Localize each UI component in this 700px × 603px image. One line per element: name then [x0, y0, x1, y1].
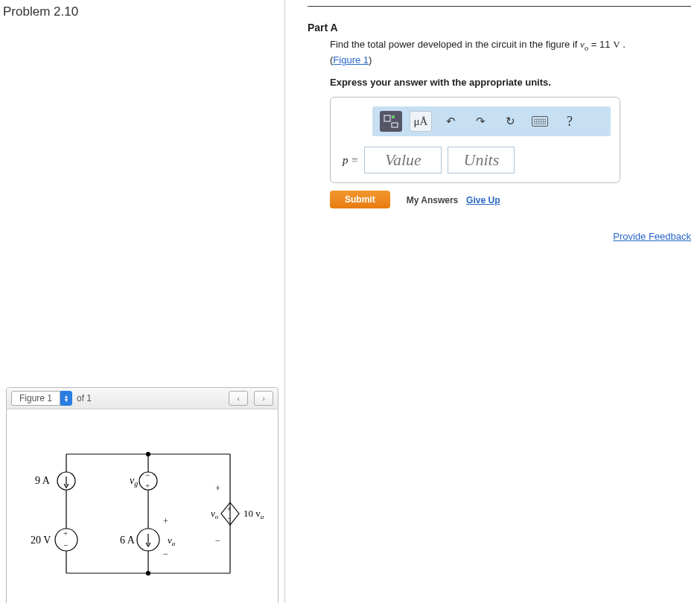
svg-rect-30	[392, 123, 398, 127]
my-answers-link[interactable]: My Answers	[407, 195, 459, 205]
label-vg: vg	[130, 475, 138, 488]
figure-select[interactable]: ▴ ▾	[60, 391, 72, 406]
label-va: va	[168, 535, 176, 547]
svg-text:−: −	[215, 535, 220, 546]
units-input[interactable]	[448, 147, 515, 173]
figure-next-button[interactable]: ›	[254, 391, 273, 406]
svg-text:−: −	[163, 549, 168, 559]
figure-label: Figure 1	[11, 391, 60, 406]
prompt-text: Find the total power developed in the ci…	[330, 38, 691, 68]
give-up-link[interactable]: Give Up	[466, 195, 500, 205]
svg-text:+: +	[227, 505, 232, 513]
circuit-diagram: 9 A 20 V 6 A vg vo va 10 va + − − + + − …	[22, 432, 267, 596]
svg-rect-29	[392, 115, 395, 118]
svg-text:−: −	[227, 514, 232, 523]
value-input[interactable]	[364, 147, 442, 173]
answer-box: μÅ ↶ ↷ ↻ ? p =	[330, 97, 620, 183]
part-label: Part A	[308, 22, 691, 34]
instruction: Express your answer with the appropriate…	[330, 77, 691, 88]
label-6a: 6 A	[120, 535, 136, 546]
figure-prev-button[interactable]: ‹	[229, 391, 248, 406]
provide-feedback-link[interactable]: Provide Feedback	[613, 231, 691, 242]
figure-header: Figure 1 ▴ ▾ of 1 ‹ ›	[7, 388, 278, 409]
figure-link[interactable]: Figure 1	[333, 54, 369, 66]
svg-text:+: +	[145, 481, 150, 490]
divider	[308, 6, 691, 7]
undo-icon[interactable]: ↶	[439, 111, 462, 132]
svg-text:+: +	[163, 516, 168, 526]
figure-body: 9 A 20 V 6 A vg vo va 10 va + − − + + − …	[7, 409, 278, 603]
submit-button[interactable]: Submit	[330, 191, 390, 208]
label-vo: vo	[211, 508, 219, 520]
svg-text:+: +	[215, 483, 220, 494]
label-9a: 9 A	[35, 475, 51, 486]
label-20v: 20 V	[31, 535, 51, 546]
svg-text:−: −	[145, 470, 150, 479]
figure-panel: Figure 1 ▴ ▾ of 1 ‹ ›	[6, 387, 279, 603]
problem-title: Problem 2.10	[0, 0, 284, 19]
svg-text:−: −	[63, 540, 68, 549]
answer-var: p =	[343, 154, 358, 167]
svg-rect-28	[384, 115, 390, 121]
label-dep: 10 va	[244, 508, 264, 520]
figure-count: of 1	[77, 393, 92, 403]
answer-toolbar: μÅ ↶ ↷ ↻ ?	[372, 106, 611, 136]
svg-point-9	[147, 453, 150, 456]
units-button[interactable]: μÅ	[410, 111, 432, 132]
reset-icon[interactable]: ↻	[499, 111, 521, 132]
help-icon[interactable]: ?	[559, 111, 581, 132]
template-icon[interactable]	[380, 111, 402, 132]
svg-text:+: +	[63, 529, 68, 537]
redo-icon[interactable]: ↷	[469, 111, 491, 132]
chevron-down-icon: ▾	[65, 398, 68, 402]
svg-point-10	[147, 572, 150, 575]
keyboard-icon[interactable]	[529, 111, 551, 132]
